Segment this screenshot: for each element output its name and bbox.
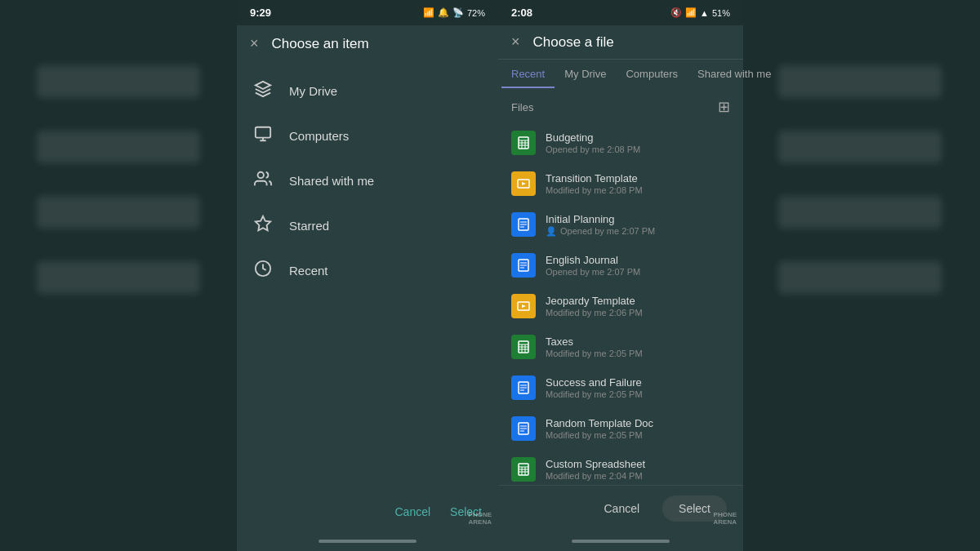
phone1-close-button[interactable]: × bbox=[250, 35, 259, 52]
file-meta-jeopardy: Modified by me 2:06 PM bbox=[546, 308, 730, 318]
wifi2-icon: 📶 bbox=[685, 7, 697, 18]
slides-icon-jeopardy bbox=[511, 294, 536, 318]
phone1-home-indicator bbox=[318, 540, 416, 543]
files-list: Files ⊞ Budgeting Opened by me 2:08 PM T… bbox=[498, 88, 743, 485]
docs-icon-success bbox=[511, 375, 536, 400]
blur-item-4 bbox=[37, 261, 200, 294]
blur-item-2 bbox=[37, 131, 200, 163]
tab-shared-with-me[interactable]: Shared with me bbox=[688, 60, 781, 88]
my-drive-icon bbox=[253, 80, 273, 102]
file-meta-taxes: Modified by me 2:05 PM bbox=[546, 349, 730, 358]
blur-item-1 bbox=[37, 65, 200, 98]
phone1-battery: 72% bbox=[467, 8, 485, 18]
file-name-jeopardy: Jeopardy Template bbox=[546, 295, 730, 307]
sheets-icon-budgeting bbox=[511, 131, 536, 155]
docs-icon-initial bbox=[511, 212, 536, 237]
nav-item-starred[interactable]: Starred bbox=[237, 203, 498, 248]
nav-label-computers: Computers bbox=[289, 129, 349, 143]
file-item-random-template[interactable]: Random Template Doc Modified by me 2:05 … bbox=[498, 408, 743, 449]
file-info-transition: Transition Template Modified by me 2:08 … bbox=[546, 172, 730, 195]
file-info-success: Success and Failure Modified by me 2:05 … bbox=[546, 376, 730, 399]
file-info-budgeting: Budgeting Opened by me 2:08 PM bbox=[546, 131, 730, 154]
phone1-dialog: 9:29 📶 🔔 📡 72% × Choose an item My Drive bbox=[237, 0, 498, 551]
grid-view-icon[interactable]: ⊞ bbox=[718, 98, 730, 116]
file-info-initial: Initial Planning 👤 Opened by me 2:07 PM bbox=[546, 213, 730, 237]
phone2-home-indicator bbox=[572, 540, 670, 543]
tab-shared-label: Shared with me bbox=[697, 68, 771, 80]
files-section-label: Files bbox=[511, 101, 533, 113]
phone2-tabs: Recent My Drive Computers Shared with me bbox=[498, 60, 743, 88]
file-meta-english: Opened by me 2:07 PM bbox=[546, 267, 730, 277]
mute-icon: 🔔 bbox=[438, 7, 449, 18]
file-name-transition: Transition Template bbox=[546, 172, 730, 184]
nav-item-shared-with-me[interactable]: Shared with me bbox=[237, 158, 498, 203]
file-item-custom-spreadsheet[interactable]: Custom Spreadsheet Modified by me 2:04 P… bbox=[498, 449, 743, 485]
wifi-icon: 📡 bbox=[452, 7, 464, 18]
phone1-time: 9:29 bbox=[250, 7, 271, 19]
phone2-close-button[interactable]: × bbox=[511, 33, 520, 51]
tab-recent-label: Recent bbox=[511, 68, 545, 80]
phone2-battery: 51% bbox=[712, 8, 730, 18]
files-header: Files ⊞ bbox=[498, 88, 743, 122]
slides-icon-transition bbox=[511, 171, 536, 196]
svg-point-1 bbox=[258, 172, 264, 178]
tab-computers[interactable]: Computers bbox=[616, 60, 688, 88]
file-item-initial-planning[interactable]: Initial Planning 👤 Opened by me 2:07 PM bbox=[498, 204, 743, 245]
nav-label-shared: Shared with me bbox=[289, 174, 374, 188]
blur-item-3 bbox=[37, 196, 200, 229]
tab-recent[interactable]: Recent bbox=[501, 60, 555, 88]
svg-marker-11 bbox=[522, 182, 526, 185]
file-meta-transition: Modified by me 2:08 PM bbox=[546, 185, 730, 195]
nav-item-my-drive[interactable]: My Drive bbox=[237, 69, 498, 113]
blur-item-r3 bbox=[778, 196, 942, 229]
phone2-header: × Choose a file bbox=[498, 25, 743, 60]
phone2-header-title: Choose a file bbox=[533, 34, 614, 51]
phone2-status-icons: 🔇 📶 ▲ 51% bbox=[670, 7, 730, 18]
phone1-status-icons: 📶 🔔 📡 72% bbox=[423, 7, 485, 18]
nav-item-computers[interactable]: Computers bbox=[237, 113, 498, 158]
starred-icon bbox=[253, 215, 273, 237]
file-name-random: Random Template Doc bbox=[546, 417, 730, 429]
file-info-custom: Custom Spreadsheet Modified by me 2:04 P… bbox=[546, 458, 730, 481]
signal-icon: 📶 bbox=[423, 7, 434, 18]
nav-item-recent[interactable]: Recent bbox=[237, 248, 498, 293]
tab-my-drive[interactable]: My Drive bbox=[555, 60, 616, 88]
file-info-random: Random Template Doc Modified by me 2:05 … bbox=[546, 417, 730, 440]
nav-label-recent: Recent bbox=[289, 264, 328, 278]
file-name-english: English Journal bbox=[546, 254, 730, 266]
docs-icon-english bbox=[511, 253, 536, 278]
background-left bbox=[0, 0, 237, 551]
file-meta-random: Modified by me 2:05 PM bbox=[546, 430, 730, 440]
file-meta-initial: 👤 Opened by me 2:07 PM bbox=[546, 226, 730, 237]
file-item-transition[interactable]: Transition Template Modified by me 2:08 … bbox=[498, 163, 743, 204]
file-item-taxes[interactable]: Taxes Modified by me 2:05 PM bbox=[498, 327, 743, 367]
blur-item-r2 bbox=[778, 131, 942, 163]
file-info-jeopardy: Jeopardy Template Modified by me 2:06 PM bbox=[546, 295, 730, 318]
blur-item-r1 bbox=[778, 65, 942, 98]
phone2-home-bar bbox=[498, 531, 743, 551]
phone1-header: × Choose an item bbox=[237, 25, 498, 62]
file-info-taxes: Taxes Modified by me 2:05 PM bbox=[546, 335, 730, 358]
file-item-jeopardy[interactable]: Jeopardy Template Modified by me 2:06 PM bbox=[498, 286, 743, 327]
file-name-budgeting: Budgeting bbox=[546, 131, 730, 144]
file-item-budgeting[interactable]: Budgeting Opened by me 2:08 PM bbox=[498, 122, 743, 163]
phone2-time: 2:08 bbox=[511, 7, 532, 19]
file-info-english: English Journal Opened by me 2:07 PM bbox=[546, 254, 730, 277]
phone1-status-bar: 9:29 📶 🔔 📡 72% bbox=[237, 0, 498, 25]
shared-icon bbox=[253, 170, 273, 192]
nav-label-my-drive: My Drive bbox=[289, 84, 337, 98]
file-name-success: Success and Failure bbox=[546, 376, 730, 389]
signal2-icon: ▲ bbox=[700, 8, 709, 18]
tab-computers-label: Computers bbox=[626, 68, 678, 80]
file-item-english-journal[interactable]: English Journal Opened by me 2:07 PM bbox=[498, 245, 743, 286]
nav-label-starred: Starred bbox=[289, 219, 329, 233]
svg-marker-2 bbox=[256, 216, 270, 230]
blur-item-r4 bbox=[778, 261, 942, 294]
sheets-icon-taxes bbox=[511, 335, 536, 359]
file-item-success-failure[interactable]: Success and Failure Modified by me 2:05 … bbox=[498, 367, 743, 408]
file-name-custom: Custom Spreadsheet bbox=[546, 458, 730, 470]
phone2-cancel-button[interactable]: Cancel bbox=[590, 495, 653, 522]
phone2-dialog: 2:08 🔇 📶 ▲ 51% × Choose a file Recent My… bbox=[498, 0, 743, 551]
file-name-initial: Initial Planning bbox=[546, 213, 730, 225]
phone1-cancel-button[interactable]: Cancel bbox=[394, 505, 430, 518]
